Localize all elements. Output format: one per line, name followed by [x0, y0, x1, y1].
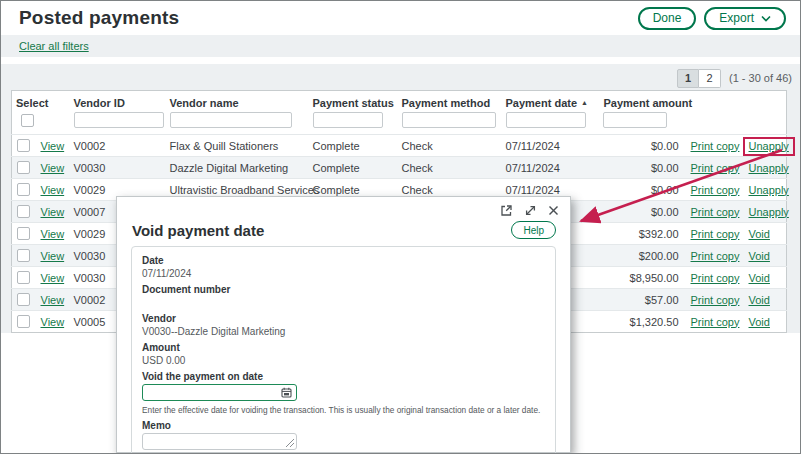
payment-amount-cell: $0.00	[595, 157, 679, 179]
unapply-link[interactable]: Unapply	[749, 162, 789, 174]
payment-amount-cell: $200.00	[595, 245, 679, 267]
void-link[interactable]: Void	[749, 294, 770, 306]
payment-amount-filter-input[interactable]	[603, 112, 667, 128]
payment-method-filter-input[interactable]	[402, 112, 496, 128]
memo-field-group: Memo	[142, 420, 545, 450]
header-action	[743, 91, 787, 110]
void-date-input[interactable]	[143, 385, 281, 400]
header-payment-date[interactable]: Payment date▲	[498, 91, 595, 110]
calendar-icon[interactable]	[281, 387, 292, 398]
row-checkbox[interactable]	[17, 249, 30, 262]
payment-status-filter-cell	[309, 109, 394, 135]
clear-all-filters-link[interactable]: Clear all filters	[19, 40, 89, 52]
vendor-name-cell: Flax & Quill Stationers	[166, 135, 309, 157]
document-number-value	[142, 297, 545, 308]
view-link[interactable]: View	[41, 228, 65, 240]
view-link[interactable]: View	[41, 272, 65, 284]
section-gap	[1, 57, 800, 64]
vendor-id-filter-input[interactable]	[74, 112, 164, 128]
row-checkbox[interactable]	[17, 315, 30, 328]
action-cell: Unapply	[743, 135, 787, 157]
export-button[interactable]: Export	[704, 7, 786, 30]
pagination-page-2-button[interactable]: 2	[699, 69, 721, 88]
row-checkbox[interactable]	[17, 293, 30, 306]
print-copy-link[interactable]: Print copy	[691, 272, 740, 284]
view-cell: View	[41, 223, 70, 245]
dialog-body: Date 07/11/2024 Document number Vendor V…	[131, 246, 556, 454]
memo-label: Memo	[142, 420, 545, 431]
close-dialog-button[interactable]	[548, 205, 559, 216]
view-link[interactable]: View	[41, 184, 65, 196]
print-copy-link[interactable]: Print copy	[691, 206, 740, 218]
row-checkbox[interactable]	[17, 227, 30, 240]
payment-amount-filter-cell	[595, 109, 679, 135]
vendor-field-group: Vendor V0030--Dazzle Digital Marketing	[142, 313, 545, 337]
dialog-title: Void payment date	[132, 222, 264, 239]
document-number-label: Document number	[142, 284, 545, 295]
select-cell	[12, 245, 41, 267]
unapply-link[interactable]: Unapply	[749, 184, 789, 196]
print-copy-link[interactable]: Print copy	[691, 140, 740, 152]
row-checkbox[interactable]	[17, 139, 30, 152]
select-cell	[12, 289, 41, 311]
action-cell: Void	[743, 311, 787, 333]
view-cell: View	[41, 267, 70, 289]
view-link[interactable]: View	[41, 294, 65, 306]
done-button-label: Done	[653, 12, 682, 24]
void-link[interactable]: Void	[749, 228, 770, 240]
view-link[interactable]: View	[41, 316, 65, 328]
void-link[interactable]: Void	[749, 250, 770, 262]
payment-status-filter-input[interactable]	[313, 112, 383, 128]
open-in-new-window-icon	[500, 204, 513, 217]
header-payment-date-label: Payment date	[506, 97, 578, 109]
void-link[interactable]: Void	[749, 316, 770, 328]
print-copy-cell: Print copy	[679, 289, 743, 311]
table-row: ViewV0030Dazzle Digital MarketingComplet…	[12, 157, 787, 179]
select-cell	[12, 311, 41, 333]
print-copy-link[interactable]: Print copy	[691, 162, 740, 174]
action-cell: Unapply	[743, 179, 787, 201]
unapply-link[interactable]: Unapply	[749, 206, 789, 218]
header-row: Select Vendor ID Vendor name Payment sta…	[12, 91, 787, 110]
pagination-page-1-button[interactable]: 1	[677, 69, 699, 88]
payment-date-filter-input[interactable]	[506, 112, 586, 128]
amount-field-group: Amount USD 0.00	[142, 342, 545, 366]
void-link[interactable]: Void	[749, 272, 770, 284]
row-checkbox[interactable]	[17, 205, 30, 218]
payment-amount-cell: $0.00	[595, 201, 679, 223]
view-link[interactable]: View	[41, 140, 65, 152]
select-cell	[12, 267, 41, 289]
view-cell: View	[41, 245, 70, 267]
print-copy-link[interactable]: Print copy	[691, 228, 740, 240]
view-link[interactable]: View	[41, 162, 65, 174]
export-button-label: Export	[719, 12, 754, 24]
row-checkbox[interactable]	[17, 161, 30, 174]
dialog-header: Void payment date Help	[117, 218, 570, 246]
header-vendor-name: Vendor name	[166, 91, 309, 110]
payment-date-cell: 07/11/2024	[498, 157, 595, 179]
help-button[interactable]: Help	[511, 221, 556, 239]
vendor-name-filter-input[interactable]	[170, 112, 292, 128]
print-copy-link[interactable]: Print copy	[691, 184, 740, 196]
print-copy-link[interactable]: Print copy	[691, 294, 740, 306]
row-checkbox[interactable]	[17, 183, 30, 196]
header-payment-method: Payment method	[394, 91, 498, 110]
row-checkbox[interactable]	[17, 271, 30, 284]
open-in-new-window-button[interactable]	[500, 204, 513, 217]
unapply-link[interactable]: Unapply	[749, 140, 789, 152]
payment-amount-cell: $392.00	[595, 223, 679, 245]
void-payment-date-dialog: Void payment date Help Date 07/11/2024 D…	[116, 196, 571, 453]
done-button[interactable]: Done	[638, 7, 697, 30]
print-copy-cell: Print copy	[679, 267, 743, 289]
expand-dialog-button[interactable]	[524, 204, 537, 217]
view-link[interactable]: View	[41, 250, 65, 262]
void-date-help-text: Enter the effective date for voiding the…	[142, 405, 540, 415]
print-copy-link[interactable]: Print copy	[691, 316, 740, 328]
action-cell: Unapply	[743, 201, 787, 223]
view-link[interactable]: View	[41, 206, 65, 218]
memo-textarea[interactable]	[142, 433, 297, 450]
select-all-checkbox[interactable]	[21, 114, 34, 127]
top-bar: Posted payments Done Export	[1, 1, 800, 35]
view-cell: View	[41, 157, 70, 179]
print-copy-link[interactable]: Print copy	[691, 250, 740, 262]
